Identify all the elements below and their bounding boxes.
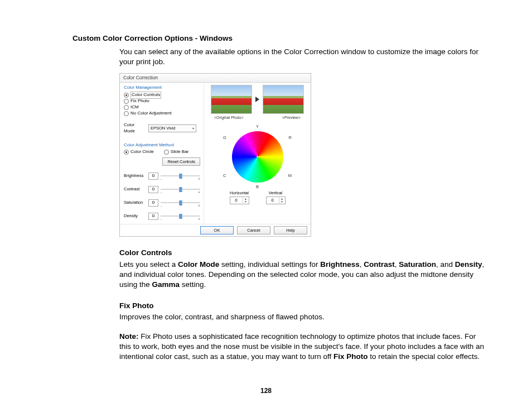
- page-number: 128: [0, 386, 532, 395]
- original-photo-thumbnail: [211, 85, 252, 114]
- dialog-title: Color Correction: [120, 74, 311, 83]
- radio-slide-bar[interactable]: Slide Bar: [164, 149, 188, 155]
- radio-color-controls[interactable]: Color Controls: [124, 92, 200, 98]
- ok-button[interactable]: OK: [200, 226, 234, 234]
- stepper-horizontal[interactable]: 0 ▲▼: [230, 197, 249, 204]
- def-color-controls: Lets you select a Color Mode setting, in…: [119, 260, 487, 290]
- reset-controls-button[interactable]: Reset Controls: [162, 157, 200, 166]
- group-adjustment-method: Color Adjustment Method: [124, 142, 200, 148]
- radio-dot-icon: [164, 150, 169, 155]
- spinner-arrows-icon[interactable]: ▲▼: [279, 198, 285, 203]
- term-color-controls: Color Controls: [119, 248, 487, 258]
- spinner-arrows-icon[interactable]: ▲▼: [243, 198, 249, 203]
- density-value[interactable]: 0: [148, 213, 158, 220]
- radio-dot-icon: [124, 150, 129, 155]
- slider-saturation[interactable]: Saturation 0 -+: [124, 196, 200, 209]
- radio-fix-photo[interactable]: Fix Photo: [124, 98, 200, 104]
- slider-brightness[interactable]: Brightness 0 -+: [124, 169, 200, 183]
- combo-color-mode[interactable]: EPSON Vivid ▾: [148, 124, 196, 132]
- intro-text: You can select any of the available opti…: [119, 47, 487, 67]
- radio-dot-icon: [124, 105, 129, 110]
- caption-original: <Original Photo>: [214, 115, 244, 120]
- brightness-value[interactable]: 0: [148, 173, 158, 180]
- stepper-vertical[interactable]: 0 ▲▼: [266, 197, 286, 204]
- slider-contrast[interactable]: Contrast 0 -+: [124, 183, 200, 196]
- radio-color-circle[interactable]: Color Circle: [124, 149, 154, 155]
- group-color-management: Color Management: [124, 85, 200, 91]
- label-horizontal: Horizontal: [230, 190, 249, 196]
- radio-icm[interactable]: ICM: [124, 104, 200, 111]
- saturation-value[interactable]: 0: [148, 199, 158, 207]
- preview-photo-thumbnail: [263, 85, 304, 114]
- help-button[interactable]: Help: [274, 226, 307, 234]
- arrow-right-icon: [255, 97, 259, 102]
- caption-preview: <Preview>: [282, 115, 301, 120]
- def-fix-photo: Improves the color, contrast, and sharpn…: [119, 312, 487, 322]
- page-title: Custom Color Correction Options - Window…: [72, 33, 499, 44]
- radio-dot-icon: [124, 99, 129, 104]
- color-wheel[interactable]: Y R G M C B: [207, 125, 307, 189]
- label-vertical: Vertical: [266, 190, 286, 196]
- cancel-button[interactable]: Cancel: [237, 226, 270, 234]
- term-fix-photo: Fix Photo: [119, 301, 487, 311]
- chevron-down-icon: ▾: [192, 126, 194, 131]
- contrast-value[interactable]: 0: [148, 186, 158, 193]
- radio-dot-icon: [124, 93, 129, 98]
- slider-density[interactable]: Density 0 -+: [124, 209, 200, 223]
- label-color-mode: Color Mode: [124, 122, 146, 135]
- note-fix-photo: Note: Fix Photo uses a sophisticated fac…: [119, 332, 487, 362]
- screenshot-dialog: Color Correction Color Management Color …: [119, 73, 311, 237]
- radio-dot-icon: [124, 111, 129, 116]
- radio-no-color-adjustment[interactable]: No Color Adjustment: [124, 111, 200, 117]
